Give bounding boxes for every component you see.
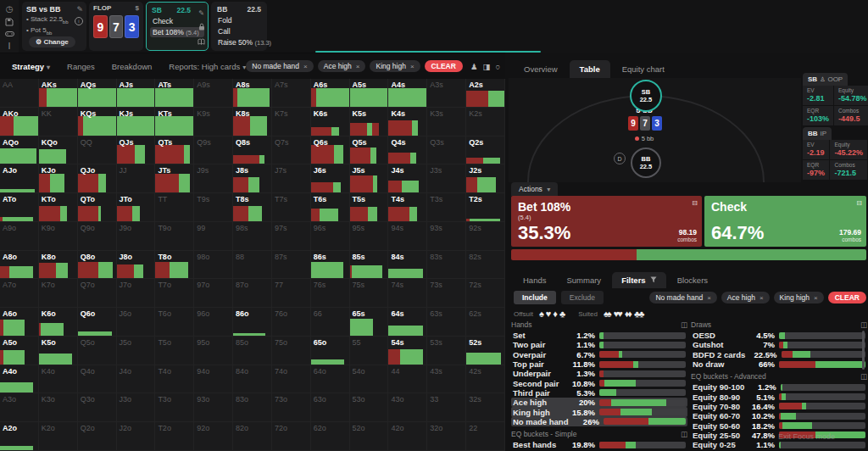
matrix-cell-85s[interactable]: 85s <box>350 251 389 280</box>
matrix-cell-32o[interactable]: 32o <box>427 422 466 451</box>
matrix-cell-T3s[interactable]: T3s <box>427 193 466 222</box>
matrix-cell-53o[interactable]: 53o <box>350 393 389 422</box>
matrix-cell-75o[interactable]: 75o <box>272 337 311 365</box>
filter-row-bdfd-2-cards[interactable]: BDFD 2 cards22.5% <box>691 350 867 359</box>
edit-strategy-icon[interactable]: ✎ <box>198 9 204 17</box>
matrix-cell-J4s[interactable]: J4s <box>388 164 427 193</box>
matrix-cell-J6o[interactable]: J6o <box>117 308 156 337</box>
matrix-cell-K3s[interactable]: K3s <box>427 108 466 136</box>
matrix-cell-T6o[interactable]: T6o <box>155 308 194 337</box>
matrix-cell-A7s[interactable]: A7s <box>272 79 311 108</box>
tab-reports-high-cards[interactable]: Reports: High cards▾ <box>169 62 246 71</box>
matrix-cell-52s[interactable]: 52s <box>466 337 505 365</box>
matrix-cell-Q7o[interactable]: Q7o <box>78 279 117 308</box>
matrix-cell-T9o[interactable]: T9o <box>155 222 194 251</box>
matrix-cell-J8s[interactable]: J8s <box>233 164 272 193</box>
matrix-cell-Q3s[interactable]: Q3s <box>427 136 466 165</box>
matrix-cell-Q2o[interactable]: Q2o <box>78 422 117 451</box>
close-icon[interactable]: × <box>356 63 360 70</box>
matrix-cell-64o[interactable]: 64o <box>311 365 350 394</box>
matrix-cell-Q4o[interactable]: Q4o <box>78 365 117 394</box>
close-icon[interactable]: × <box>707 294 711 302</box>
change-button[interactable]: ⚙ Change <box>29 36 75 47</box>
flop-panel[interactable]: FLOP $ 973 <box>89 2 143 51</box>
tab-filters[interactable]: Filters <box>612 272 666 288</box>
matrix-cell-65s[interactable]: 65s <box>350 308 389 337</box>
matrix-cell-K9o[interactable]: K9o <box>39 222 78 251</box>
matrix-cell-AJs[interactable]: AJs <box>117 79 156 108</box>
matrix-cell-88[interactable]: 88 <box>233 251 272 280</box>
matrix-cell-K6o[interactable]: K6o <box>39 308 78 337</box>
matrix-cell-T4o[interactable]: T4o <box>155 365 194 394</box>
filter-row-equity-80-90[interactable]: Equity 80-905.1% <box>691 392 867 401</box>
node-action-check[interactable]: Check <box>150 16 204 26</box>
matrix-cell-ATs[interactable]: ATs <box>155 79 194 108</box>
matrix-cell-Q8s[interactable]: Q8s <box>233 136 272 165</box>
matrix-cell-A9s[interactable]: A9s <box>194 79 233 108</box>
matrix-cell-86s[interactable]: 86s <box>311 251 350 280</box>
matrix-cell-QJo[interactable]: QJo <box>78 164 117 193</box>
filter-chip-no-made-hand[interactable]: No made hand× <box>649 292 716 303</box>
matrix-cell-JTs[interactable]: JTs <box>155 164 194 193</box>
matrix-cell-T8o[interactable]: T8o <box>155 251 194 280</box>
matrix-cell-KQo[interactable]: KQo <box>39 136 78 165</box>
matrix-cell-22[interactable]: 22 <box>466 422 505 451</box>
matrix-cell-J3o[interactable]: J3o <box>117 393 156 422</box>
matrix-cell-AQo[interactable]: AQo <box>0 136 39 165</box>
matrix-cell-A6o[interactable]: A6o <box>0 308 39 337</box>
matrix-cell-A4s[interactable]: A4s <box>388 79 427 108</box>
matrix-cell-43s[interactable]: 43s <box>427 365 466 394</box>
matrix-cell-32s[interactable]: 32s <box>466 393 505 422</box>
matrix-cell-A7o[interactable]: A7o <box>0 279 39 308</box>
matrix-cell-AJo[interactable]: AJo <box>0 164 39 193</box>
gamepad-icon[interactable] <box>5 31 14 37</box>
matrix-cell-K8s[interactable]: K8s <box>233 108 272 136</box>
matrix-cell-Q5s[interactable]: Q5s <box>350 136 389 165</box>
section-collapse-icon[interactable]: ◫ <box>860 372 867 381</box>
matrix-cell-74o[interactable]: 74o <box>272 365 311 394</box>
expand-action-icon[interactable]: ⊟ <box>692 199 698 207</box>
matrix-cell-ATo[interactable]: ATo <box>0 193 39 222</box>
suit-selector-icon[interactable]: ♟ <box>470 62 478 71</box>
matrix-cell-T7o[interactable]: T7o <box>155 279 194 308</box>
matrix-cell-66[interactable]: 66 <box>311 308 350 337</box>
matrix-cell-95s[interactable]: 95s <box>350 222 389 251</box>
matrix-cell-J5s[interactable]: J5s <box>350 164 389 193</box>
bb-node-panel[interactable]: BB 22.5 FoldCallRaise 50% (13.3) <box>211 2 267 51</box>
matrix-cell-84s[interactable]: 84s <box>388 251 427 280</box>
matrix-cell-44[interactable]: 44 <box>388 365 427 394</box>
matrix-cell-84o[interactable]: 84o <box>233 365 272 394</box>
matrix-cell-K2s[interactable]: K2s <box>466 108 505 136</box>
matrix-cell-93s[interactable]: 93s <box>427 222 466 251</box>
matrix-cell-83s[interactable]: 83s <box>427 251 466 280</box>
matrix-cell-A6s[interactable]: A6s <box>311 79 350 108</box>
matrix-cell-T8s[interactable]: T8s <box>233 193 272 222</box>
matrix-cell-T5s[interactable]: T5s <box>350 193 389 222</box>
filter-row-gutshot[interactable]: Gutshot7% <box>691 340 867 349</box>
matrix-cell-TT[interactable]: TT <box>155 193 194 222</box>
filter-row-two-pair[interactable]: Two pair1.1% <box>511 340 687 349</box>
filter-row-best-hands[interactable]: Best hands19.8% <box>511 440 687 449</box>
matrix-cell-87s[interactable]: 87s <box>272 251 311 280</box>
matrix-cell-Q9s[interactable]: Q9s <box>194 136 233 165</box>
matrix-cell-AQs[interactable]: AQs <box>78 79 117 108</box>
matrix-cell-97s[interactable]: 97s <box>272 222 311 251</box>
filter-row-equity-90-100[interactable]: Equity 90-1001.2% <box>691 382 867 392</box>
section-collapse-icon[interactable]: ◫ <box>681 430 687 438</box>
filter-chip-king-high[interactable]: King high× <box>774 292 824 303</box>
tab-ranges[interactable]: Ranges <box>67 62 95 71</box>
matrix-cell-53s[interactable]: 53s <box>427 337 466 365</box>
matrix-cell-T5o[interactable]: T5o <box>155 337 194 365</box>
matrix-cell-83o[interactable]: 83o <box>233 393 272 422</box>
tab-table[interactable]: Table <box>570 60 610 78</box>
matrix-cell-62o[interactable]: 62o <box>311 422 350 451</box>
matrix-cell-J6s[interactable]: J6s <box>311 164 350 193</box>
matrix-cell-K5s[interactable]: K5s <box>350 108 389 136</box>
tab-breakdown[interactable]: Breakdown <box>112 62 153 71</box>
matrix-cell-92o[interactable]: 92o <box>194 422 233 451</box>
matrix-cell-Q7s[interactable]: Q7s <box>272 136 311 165</box>
matrix-cell-K2o[interactable]: K2o <box>39 422 78 451</box>
filter-row-equity-70-80[interactable]: Equity 70-8016.4% <box>691 402 867 411</box>
filter-row-no-made-hand[interactable]: No made hand26% <box>511 417 687 426</box>
filter-row-ace-high[interactable]: Ace high20% <box>511 398 687 407</box>
